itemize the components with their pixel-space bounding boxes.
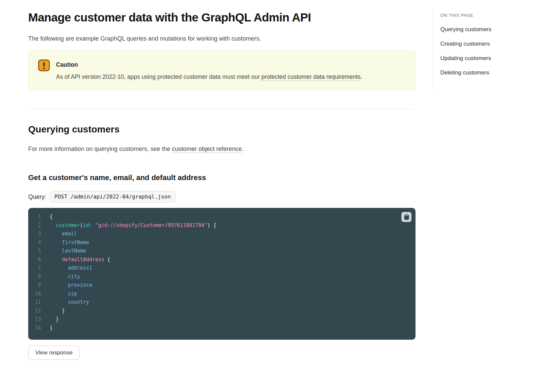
code-token: "gid://shopify/Customer/957611081784" [95,222,207,228]
code-token: address1 [68,265,92,271]
code-area: 1{2 customer(id: "gid://shopify/Customer… [28,213,416,332]
warning-icon [38,59,50,82]
code-token: lastName [62,248,86,254]
code-line-content: } [50,325,53,331]
querying-text-after: . [242,146,243,152]
code-token [50,265,68,271]
code-token [50,308,62,314]
code-line: 1{ [28,213,416,221]
caution-text-after: . [361,73,362,80]
page-intro: The following are example GraphQL querie… [28,34,416,43]
on-this-page-sidebar: ON THIS PAGE Querying customersCreating … [433,10,527,90]
code-line: 3 email [28,230,416,238]
code-line-content: email [50,231,77,237]
caution-body: Caution As of API version 2022-10, apps … [56,59,362,82]
querying-text-before: For more information on querying custome… [28,146,172,152]
code-line-content: country [50,299,89,305]
code-token: zip [68,291,77,297]
code-line-content: address1 [50,265,92,271]
toc-item-querying-customers[interactable]: Querying customers [440,26,527,33]
code-token: { [50,214,53,220]
graphql-code-block: 1{2 customer(id: "gid://shopify/Customer… [28,208,416,340]
code-token [50,248,62,254]
code-token: province [68,282,92,288]
view-response-button[interactable]: View response [28,346,80,360]
code-line: 5 lastName [28,247,416,256]
query-row: Query: POST /admin/api/2022-04/graphql.j… [28,191,416,203]
code-line: 10 zip [28,290,416,298]
line-number: 13 [28,315,41,324]
code-token: customer [56,222,80,228]
on-this-page-title: ON THIS PAGE [440,13,527,18]
code-line-content: city [50,274,80,280]
code-token: } [56,316,59,322]
protected-customer-data-link[interactable]: protected customer data requirements [261,73,361,80]
toc-list: Querying customersCreating customersUpda… [440,26,527,76]
line-number: 10 [28,290,41,298]
line-number: 9 [28,281,41,290]
copy-button[interactable] [401,212,411,222]
querying-customers-text: For more information on querying custome… [28,144,416,154]
code-token [50,239,62,245]
code-token: } [62,308,65,314]
code-token: defaultAddress [62,257,104,263]
code-line-content: province [50,282,92,288]
query-label: Query: [28,193,46,201]
code-token [50,282,68,288]
code-line-content: zip [50,291,77,297]
code-line: 8 city [28,273,416,281]
code-token: } [50,325,53,331]
line-number: 2 [28,221,41,230]
code-line: 9 province [28,281,416,290]
code-line: 6 defaultAddress { [28,256,416,264]
querying-customers-heading: Querying customers [28,123,416,135]
line-number: 6 [28,256,41,264]
code-line: 14} [28,324,416,333]
section-divider [28,109,416,109]
code-line: 7 address1 [28,264,416,273]
line-number: 8 [28,273,41,281]
customer-object-reference-link[interactable]: customer object reference [172,146,242,152]
line-number: 4 [28,238,41,247]
code-line-content: defaultAddress { [50,257,110,263]
clipboard-icon [404,214,409,220]
line-number: 11 [28,298,41,307]
code-token [50,316,56,322]
code-token: firstName [62,239,89,245]
code-line: 2 customer(id: "gid://shopify/Customer/9… [28,221,416,230]
code-token: ( [80,222,83,228]
code-token: city [68,274,80,280]
code-token [50,231,62,237]
code-line: 11 country [28,298,416,307]
code-line: 13 } [28,315,416,324]
code-token: email [62,231,77,237]
code-token [50,299,68,305]
code-line-content: { [50,214,53,220]
page-title: Manage customer data with the GraphQL Ad… [28,10,416,25]
main-content: Manage customer data with the GraphQL Ad… [28,0,416,360]
code-token: country [68,299,89,305]
toc-item-deleting-customers[interactable]: Deleting customers [440,69,527,76]
line-number: 5 [28,247,41,256]
code-line: 4 firstName [28,238,416,247]
code-token [50,274,68,280]
line-number: 3 [28,230,41,238]
line-number: 7 [28,264,41,273]
code-line-content: customer(id: "gid://shopify/Customer/957… [50,222,216,228]
code-line: 12 } [28,307,416,316]
code-line-content: } [50,308,65,314]
code-token: id: [83,222,92,228]
code-line-content: } [50,316,59,322]
line-number: 14 [28,324,41,333]
get-customer-subsection-heading: Get a customer's name, email, and defaul… [28,173,416,182]
line-number: 12 [28,307,41,316]
code-token: ) { [207,222,216,228]
caution-title: Caution [56,61,362,69]
code-line-content: lastName [50,248,86,254]
toc-item-creating-customers[interactable]: Creating customers [440,41,527,47]
code-line-content: firstName [50,239,89,245]
endpoint-chip: POST /admin/api/2022-04/graphql.json [50,191,176,203]
toc-item-updating-customers[interactable]: Updating customers [440,55,527,61]
code-token: { [104,257,110,263]
code-token [50,222,56,228]
